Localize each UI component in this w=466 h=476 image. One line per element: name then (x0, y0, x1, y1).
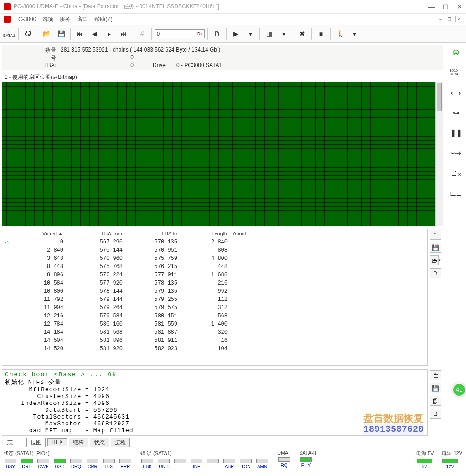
log-clear-button[interactable]: 🗋 (430, 409, 441, 419)
drive-label: Drive (138, 62, 166, 68)
tools-button[interactable]: ✖ (296, 27, 309, 40)
side-folder-button[interactable]: 🗁 (430, 255, 439, 265)
maximize-button[interactable]: ☐ (443, 3, 449, 10)
tab-log[interactable]: 日志 (2, 439, 25, 446)
led-unc (158, 459, 170, 463)
drive-value: 0 - PC3000 SATA1 (176, 62, 222, 68)
bitmap-scrollbar[interactable] (435, 82, 443, 226)
close-button[interactable]: ✕ (457, 3, 462, 10)
exit-button[interactable]: 🚶 (333, 27, 346, 40)
led-crr (87, 459, 98, 463)
status-12v-label: 电源 12V (442, 450, 462, 457)
log-line: MftRecordSize = 1024 (5, 386, 425, 393)
stop-button[interactable]: ■ (315, 27, 327, 40)
tab-process[interactable]: 进程 (111, 438, 130, 447)
exit-dropdown[interactable]: ▾ (348, 27, 361, 40)
th-about[interactable]: About (230, 229, 427, 238)
side-save-button[interactable]: 💾 (430, 243, 441, 253)
view-dropdown[interactable]: ▾ (277, 27, 290, 40)
table-row[interactable]: ➪0567 296570 1352 840 (2, 238, 427, 246)
status-5v-label: 电源 5V (416, 450, 434, 457)
side-export-button[interactable]: 🗀 (430, 230, 441, 240)
tab-bitmap[interactable]: 位图 (26, 438, 46, 447)
led-drd (21, 459, 33, 463)
grid-button[interactable]: # (136, 27, 149, 40)
th-lba-from[interactable]: LBA from (66, 229, 125, 238)
open-button[interactable]: 📂 (40, 27, 53, 40)
play-button[interactable]: ▶ (229, 27, 242, 40)
table-row[interactable]: 12 784580 160581 5591 400 (2, 320, 427, 328)
log-view[interactable]: Check boot <Base > ... OK 初始化 NTFS 变量 Mf… (2, 369, 428, 436)
view-grid-button[interactable]: ▦ (263, 27, 275, 40)
led-dsc (54, 459, 66, 463)
refresh-button[interactable]: 🗘 (21, 27, 34, 40)
log-export-button[interactable]: 🗀 (430, 370, 441, 380)
menu-help[interactable]: 帮助(Z) (94, 16, 112, 23)
log-copy-button[interactable]: 🗐 (430, 396, 441, 406)
table-row[interactable]: 10 584577 920578 135216 (2, 279, 427, 287)
log-line: 初始化 NTFS 变量 (5, 378, 425, 386)
tool-drive-icon[interactable]: ⛁ (449, 47, 463, 58)
table-row[interactable]: 2 840570 144570 951808 (2, 246, 427, 254)
tool-connector-icon[interactable]: ⊏⊐ (449, 187, 463, 199)
qty-label: 数量 (6, 47, 56, 54)
table-row[interactable]: 14 184581 568581 887320 (2, 328, 427, 336)
tab-state[interactable]: 状态 (90, 438, 109, 447)
tool-pause-icon[interactable]: ❚❚ (449, 127, 463, 139)
file-button[interactable]: 🗋 (211, 27, 223, 40)
prev-button[interactable]: ◀ (88, 27, 101, 40)
tool-reset-button[interactable]: 1010RESET (449, 67, 463, 78)
table-body[interactable]: ➪0567 296570 1352 8402 840570 144570 951… (2, 238, 427, 354)
tool-link-icon[interactable]: ⟿ (449, 147, 463, 159)
mdi-close-button[interactable]: × (455, 16, 462, 22)
lba-value: 0 (61, 62, 134, 68)
status-sata2-label: SATA-II (299, 450, 316, 455)
port-sata1-button[interactable]: ⇄SATA1 (3, 27, 16, 40)
led-blank2 (207, 459, 219, 463)
tab-hex[interactable]: HEX (47, 438, 67, 446)
menu-options[interactable]: 选项 (42, 16, 53, 23)
log-save-button[interactable]: 💾 (430, 383, 441, 393)
th-lba-to[interactable]: LBA to (125, 229, 180, 238)
first-button[interactable]: ⏮ (73, 27, 86, 40)
table-row[interactable]: 11 904579 264579 575312 (2, 304, 427, 312)
mdi-restore-button[interactable]: ❐ (446, 16, 453, 22)
next-button[interactable]: ▸ (103, 27, 115, 40)
bitmap-view[interactable] (2, 82, 443, 226)
table-row[interactable]: 14 504581 896581 91116 (2, 336, 427, 345)
side-clear-button[interactable]: 🗋 (430, 268, 441, 278)
save-button[interactable]: 💾 (55, 27, 67, 40)
mdi-minimize-button[interactable]: – (437, 16, 444, 22)
table-row[interactable]: 3 648570 960575 7594 800 (2, 254, 427, 263)
menu-service[interactable]: 服务 (60, 16, 71, 23)
menu-window[interactable]: 窗口 (77, 16, 88, 23)
lba-input-mode[interactable]: D↓ (197, 31, 202, 36)
play-dropdown[interactable]: ▾ (244, 27, 257, 40)
last-button[interactable]: ⏭ (117, 27, 130, 40)
table-row[interactable]: 14 520581 920582 023104 (2, 345, 427, 353)
notification-badge[interactable]: 41 (452, 383, 466, 397)
th-length[interactable]: Length (180, 229, 230, 238)
table-row[interactable]: 12 216579 584580 151568 (2, 312, 427, 320)
table-row[interactable]: 11 792579 144579 255112 (2, 295, 427, 304)
tool-ruler-icon[interactable]: ⟷ (449, 87, 463, 98)
log-line: Check boot <Base > ... OK (5, 371, 425, 378)
chevron-down-icon[interactable]: ▾ (439, 258, 441, 263)
lba-input[interactable]: 0 D↓ (155, 29, 205, 38)
chain-table[interactable]: Virtual ▲ LBA from LBA to Length About ➪… (2, 229, 428, 366)
child-window-icon (4, 16, 11, 23)
minimize-button[interactable]: — (428, 3, 435, 10)
bottom-tabs: 日志 位图 HEX 结构 状态 进程 (2, 438, 443, 447)
tool-doc-x-icon[interactable]: 🗋ₓ (449, 167, 463, 179)
tool-pin-icon[interactable]: ⊶ (449, 107, 463, 119)
th-virtual[interactable]: Virtual ▲ (2, 229, 66, 238)
table-row[interactable]: 8 896576 224577 9111 688 (2, 271, 427, 279)
led-err (119, 459, 131, 463)
table-row[interactable]: 10 800578 144579 135992 (2, 287, 427, 295)
led-idx (103, 459, 115, 463)
table-header: Virtual ▲ LBA from LBA to Length About (2, 229, 427, 238)
table-row[interactable]: 8 448575 768576 215448 (2, 263, 427, 271)
tab-struct[interactable]: 结构 (69, 438, 88, 447)
menu-app[interactable]: C-3000 (18, 16, 36, 22)
titlebar: PC-3000 UDMA-E - China - [Data Extractor… (0, 0, 466, 14)
